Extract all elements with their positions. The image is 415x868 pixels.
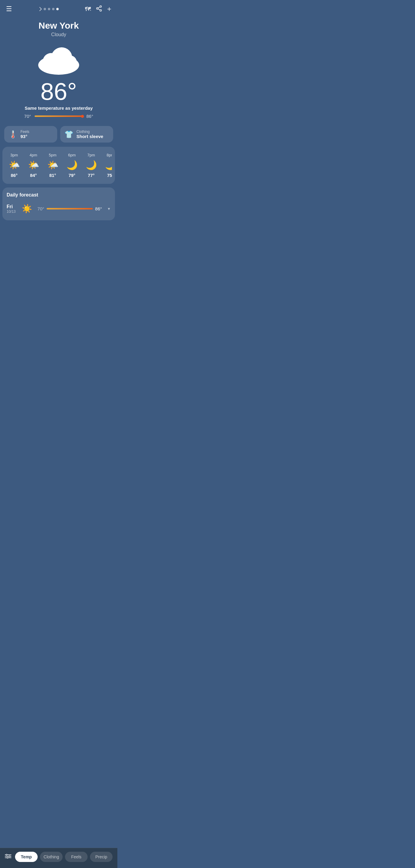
hourly-temp: 86° — [11, 173, 18, 178]
hourly-section: 3pm 🌤️ 86° 4pm 🌤️ 84° 5pm 🌤️ 81° 6pm 🌙 7… — [2, 147, 115, 184]
info-cards: 🌡️ Feels 93° 👕 Clothing Short sleeve — [0, 126, 117, 147]
svg-point-14 — [7, 857, 8, 858]
weather-icon-container — [0, 37, 117, 80]
hourly-weather-icon: 🌙 — [67, 160, 78, 170]
top-bar-right: 🗺 + — [85, 5, 111, 13]
temp-high: 86° — [87, 114, 93, 119]
daily-day-date: 10/13 — [7, 210, 22, 214]
shirt-icon: 👕 — [64, 130, 73, 138]
hourly-scroll[interactable]: 3pm 🌤️ 86° 4pm 🌤️ 84° 5pm 🌤️ 81° 6pm 🌙 7… — [5, 152, 112, 179]
menu-button[interactable]: ☰ — [6, 5, 12, 13]
daily-day-name: Fri — [7, 204, 22, 210]
hourly-time: 3pm — [10, 153, 18, 157]
clothing-label: Clothing — [76, 130, 103, 134]
daily-title: Daily forecast — [7, 192, 111, 198]
clothing-value: Short sleeve — [76, 134, 103, 139]
feels-value: 93° — [21, 134, 29, 139]
temp-low: 70° — [24, 114, 31, 119]
hourly-time: 8pm — [107, 153, 112, 157]
hourly-time: 6pm — [68, 153, 75, 157]
condition-label: Cloudy — [6, 32, 111, 37]
bottom-nav: TempClothingFeelsPrecip — [0, 848, 117, 868]
daily-section: Daily forecast Fri 10/13 ☀️ 70° 86° ▼ — [2, 187, 115, 220]
hourly-item: 5pm 🌤️ 81° — [44, 152, 61, 179]
hourly-item: 3pm 🌤️ 86° — [5, 152, 23, 179]
cloud-icon — [35, 43, 83, 76]
nav-tab-clothing[interactable]: Clothing — [40, 852, 63, 862]
hourly-time: 5pm — [49, 153, 56, 157]
chevron-down-icon: ▼ — [107, 207, 111, 211]
hourly-item: 6pm 🌙 79° — [63, 152, 81, 179]
dot-1 — [44, 8, 46, 10]
hourly-weather-icon: 🌤️ — [28, 160, 39, 170]
feels-label: Feels — [21, 130, 29, 134]
dot-4-active — [56, 8, 59, 10]
svg-point-8 — [64, 56, 77, 69]
svg-line-4 — [98, 7, 100, 8]
top-bar: ☰ 🗺 + — [0, 0, 117, 16]
hourly-item: 8pm 🌙 75° — [102, 152, 112, 179]
city-section: New York Cloudy — [0, 16, 117, 37]
hourly-temp: 79° — [69, 173, 75, 178]
daily-high: 86° — [95, 206, 107, 211]
daily-weather-icon: ☀️ — [22, 204, 32, 214]
nav-tab-precip[interactable]: Precip — [90, 852, 112, 862]
hourly-temp: 75° — [107, 173, 112, 178]
nav-tab-temp[interactable]: Temp — [15, 852, 38, 862]
hourly-time: 4pm — [30, 153, 37, 157]
nav-tab-feels[interactable]: Feels — [65, 852, 88, 862]
clothing-card: 👕 Clothing Short sleeve — [60, 126, 113, 143]
location-arrow-icon — [38, 7, 42, 11]
hourly-weather-icon: 🌙 — [86, 160, 97, 170]
svg-point-12 — [6, 854, 7, 855]
daily-day: Fri 10/13 — [7, 204, 22, 214]
dot-2 — [48, 8, 50, 10]
hourly-weather-icon: 🌤️ — [9, 160, 20, 170]
current-temperature: 86° — [0, 80, 117, 104]
daily-forecast-row[interactable]: Fri 10/13 ☀️ 70° 86° ▼ — [7, 202, 111, 216]
hourly-item: 7pm 🌙 77° — [82, 152, 100, 179]
feels-card: 🌡️ Feels 93° — [4, 126, 57, 143]
temp-range-bar: 70° 86° — [0, 114, 117, 119]
temp-compare-text: Same temperature as yesterday — [0, 105, 117, 111]
map-icon[interactable]: 🗺 — [85, 6, 91, 13]
daily-bar — [47, 208, 93, 210]
dot-3 — [52, 8, 55, 10]
add-location-button[interactable]: + — [107, 5, 111, 13]
range-bar — [35, 116, 83, 117]
thermometer-icon: 🌡️ — [8, 130, 18, 138]
range-dot — [81, 115, 84, 118]
hourly-temp: 81° — [49, 173, 56, 178]
hourly-temp: 84° — [30, 173, 37, 178]
city-name: New York — [6, 21, 111, 31]
page-dots — [38, 7, 59, 10]
hourly-item: 4pm 🌤️ 84° — [25, 152, 42, 179]
hourly-weather-icon: 🌤️ — [47, 160, 58, 170]
daily-bar-fill — [47, 208, 93, 210]
share-icon[interactable] — [96, 5, 102, 13]
hourly-time: 7pm — [87, 153, 95, 157]
daily-low: 70° — [32, 206, 44, 211]
svg-point-13 — [9, 856, 10, 857]
filter-icon[interactable] — [5, 854, 11, 860]
svg-line-3 — [98, 9, 100, 10]
hourly-weather-icon: 🌙 — [105, 160, 112, 170]
hourly-temp: 77° — [88, 173, 95, 178]
